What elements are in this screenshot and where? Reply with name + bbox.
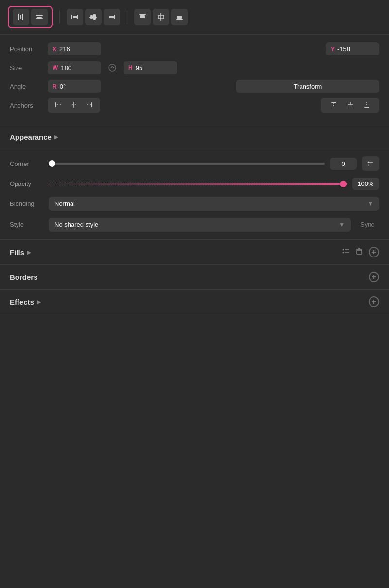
anchor-right-button[interactable] — [83, 100, 96, 111]
angle-label: Angle — [10, 83, 44, 90]
anchor-bottom-button[interactable] — [360, 100, 373, 111]
svg-rect-30 — [331, 102, 336, 103]
effects-header[interactable]: Effects ▶ — [0, 290, 389, 314]
borders-actions — [369, 272, 379, 282]
size-h-input[interactable]: H 95 — [124, 61, 177, 74]
fills-actions — [341, 247, 379, 257]
svg-point-38 — [368, 165, 369, 166]
sync-button[interactable]: Sync — [355, 218, 379, 231]
fills-add-button[interactable] — [369, 247, 379, 257]
align-right-button[interactable] — [104, 9, 120, 25]
opacity-slider-thumb — [340, 181, 347, 187]
size-h-value: 95 — [136, 64, 142, 72]
effects-title: Effects — [10, 298, 34, 306]
anchors-group-right — [321, 98, 379, 113]
align-bottom-button[interactable] — [171, 9, 188, 25]
align-top-button[interactable] — [134, 9, 151, 25]
svg-rect-27 — [91, 102, 92, 107]
fills-options-icon[interactable] — [341, 247, 350, 257]
corner-value[interactable]: 0 — [330, 158, 357, 170]
style-dropdown[interactable]: No shared style ▼ — [49, 218, 351, 232]
align-left-button[interactable] — [67, 9, 83, 25]
blending-row: Blending Normal ▼ — [10, 197, 379, 211]
w-coord-label: W — [53, 64, 58, 71]
corner-label: Corner — [10, 160, 44, 167]
r-coord-label: R — [53, 83, 57, 90]
angle-row: Angle R 0° Transform — [10, 80, 379, 93]
anchor-center-h-button[interactable] — [67, 100, 81, 111]
align-center-button[interactable] — [31, 9, 48, 25]
svg-rect-4 — [37, 17, 42, 18]
align-middle-button[interactable] — [85, 9, 102, 25]
svg-rect-3 — [36, 15, 43, 16]
svg-rect-18 — [176, 19, 183, 20]
properties-panel: Position X 216 Y -158 Size W 180 — [0, 0, 389, 353]
svg-rect-6 — [71, 15, 72, 19]
appearance-section: Corner 0 Opacity — [0, 148, 389, 240]
fills-title: Fills — [10, 248, 24, 257]
toolbar-group-3 — [134, 9, 188, 25]
angle-r-input[interactable]: R 0° — [48, 80, 101, 93]
transform-section: Position X 216 Y -158 Size W 180 — [0, 35, 389, 126]
position-row: Position X 216 Y -158 — [10, 42, 379, 55]
svg-rect-19 — [177, 16, 182, 19]
opacity-row: Opacity 100% — [10, 178, 379, 190]
opacity-slider-track — [49, 183, 347, 185]
anchor-left-button[interactable] — [52, 100, 65, 111]
position-y-input[interactable]: Y -158 — [326, 42, 379, 55]
appearance-arrow-icon: ▶ — [54, 134, 58, 140]
angle-r-value: 0° — [60, 83, 66, 90]
distribute-vertical-button[interactable] — [13, 9, 29, 25]
anchors-row: Anchors — [10, 98, 379, 113]
style-arrow-icon: ▼ — [339, 221, 345, 228]
svg-point-41 — [343, 249, 344, 251]
corner-slider-thumb — [49, 160, 55, 167]
effects-add-button[interactable] — [369, 296, 379, 307]
effects-actions — [369, 296, 379, 307]
appearance-title: Appearance — [10, 133, 52, 141]
opacity-value[interactable]: 100% — [352, 178, 379, 190]
anchor-middle-v-button[interactable] — [343, 100, 357, 111]
anchors-label: Anchors — [10, 102, 44, 109]
appearance-header[interactable]: Appearance ▶ — [0, 126, 389, 148]
corner-slider-track — [49, 163, 325, 165]
svg-rect-21 — [55, 102, 56, 107]
fills-arrow-icon: ▶ — [27, 249, 31, 256]
svg-point-42 — [343, 252, 344, 254]
toolbar-group-2 — [67, 9, 120, 25]
position-y-value: -158 — [337, 45, 350, 53]
borders-title: Borders — [10, 273, 38, 281]
fills-header[interactable]: Fills ▶ — [0, 240, 389, 265]
link-proportions-icon[interactable] — [105, 60, 120, 75]
size-row: Size W 180 H 95 — [10, 60, 379, 75]
style-row: Style No shared style ▼ Sync — [10, 218, 379, 232]
corner-options-button[interactable] — [362, 156, 379, 171]
y-coord-label: Y — [331, 46, 335, 53]
size-w-input[interactable]: W 180 — [48, 61, 101, 74]
size-label: Size — [10, 64, 44, 72]
svg-rect-12 — [114, 15, 115, 19]
opacity-label: Opacity — [10, 180, 44, 187]
blending-label: Blending — [10, 200, 44, 207]
toolbar — [0, 0, 389, 35]
svg-rect-45 — [357, 250, 362, 254]
bottom-spacer — [0, 314, 389, 353]
borders-add-button[interactable] — [369, 272, 379, 282]
borders-header[interactable]: Borders — [0, 265, 389, 290]
blending-dropdown[interactable]: Normal ▼ — [49, 197, 379, 211]
transform-button[interactable]: Transform — [236, 80, 379, 93]
svg-rect-35 — [364, 107, 369, 108]
align-vcenter-button[interactable] — [153, 9, 169, 25]
svg-rect-13 — [109, 16, 114, 18]
position-x-input[interactable]: X 216 — [48, 42, 101, 55]
corner-slider[interactable] — [49, 159, 325, 168]
svg-rect-14 — [139, 14, 146, 15]
h-coord-label: H — [128, 64, 133, 71]
effects-arrow-icon: ▶ — [37, 299, 41, 305]
style-label: Style — [10, 221, 44, 228]
svg-point-37 — [368, 162, 369, 163]
fills-delete-icon[interactable] — [355, 247, 364, 257]
x-coord-label: X — [53, 46, 56, 53]
opacity-slider[interactable] — [49, 180, 347, 188]
anchor-top-button[interactable] — [327, 100, 340, 111]
